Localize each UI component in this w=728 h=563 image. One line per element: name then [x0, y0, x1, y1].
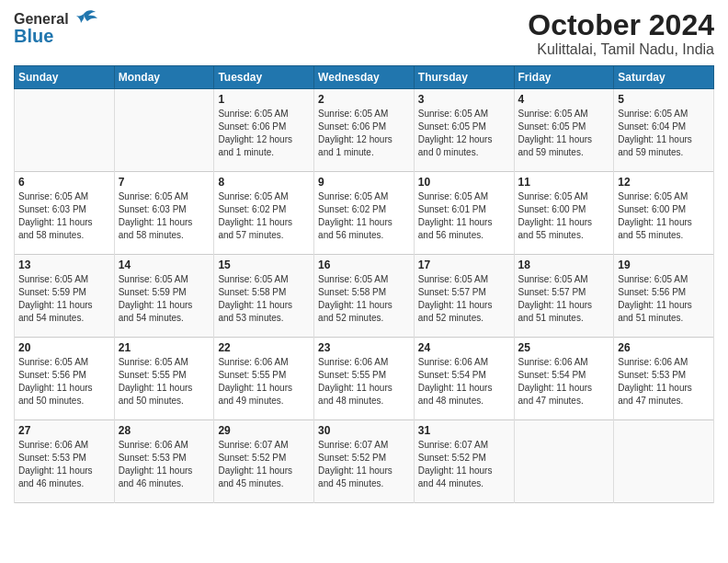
title-block: October 2024 Kulittalai, Tamil Nadu, Ind… [528, 9, 714, 58]
day-number: 21 [119, 341, 210, 354]
logo: General Blue [14, 9, 97, 47]
calendar-cell [114, 89, 214, 172]
calendar-cell [614, 420, 714, 503]
day-info: Sunrise: 6:05 AM Sunset: 5:59 PM Dayligh… [18, 273, 110, 325]
day-number: 22 [218, 341, 310, 354]
day-number: 4 [518, 93, 610, 106]
day-info: Sunrise: 6:05 AM Sunset: 6:02 PM Dayligh… [318, 190, 410, 242]
day-number: 1 [218, 93, 310, 106]
day-info: Sunrise: 6:05 AM Sunset: 5:57 PM Dayligh… [518, 273, 610, 325]
day-info: Sunrise: 6:06 AM Sunset: 5:53 PM Dayligh… [618, 356, 710, 408]
day-number: 18 [518, 259, 610, 271]
day-info: Sunrise: 6:05 AM Sunset: 6:03 PM Dayligh… [18, 190, 110, 242]
day-info: Sunrise: 6:05 AM Sunset: 6:06 PM Dayligh… [318, 108, 410, 159]
calendar-cell: 27Sunrise: 6:06 AM Sunset: 5:53 PM Dayli… [15, 420, 115, 503]
day-info: Sunrise: 6:06 AM Sunset: 5:55 PM Dayligh… [318, 356, 410, 408]
calendar-cell: 3Sunrise: 6:05 AM Sunset: 6:05 PM Daylig… [414, 89, 514, 172]
day-info: Sunrise: 6:06 AM Sunset: 5:54 PM Dayligh… [518, 356, 610, 408]
table-row: 6Sunrise: 6:05 AM Sunset: 6:03 PM Daylig… [15, 172, 714, 255]
day-number: 14 [119, 259, 210, 271]
col-tuesday: Tuesday [214, 66, 314, 89]
day-info: Sunrise: 6:05 AM Sunset: 6:02 PM Dayligh… [218, 190, 310, 242]
table-row: 20Sunrise: 6:05 AM Sunset: 5:56 PM Dayli… [15, 338, 714, 420]
calendar-cell: 8Sunrise: 6:05 AM Sunset: 6:02 PM Daylig… [214, 172, 314, 255]
col-thursday: Thursday [414, 66, 514, 89]
calendar-cell: 16Sunrise: 6:05 AM Sunset: 5:58 PM Dayli… [314, 255, 415, 338]
col-friday: Friday [514, 66, 614, 89]
day-number: 29 [218, 424, 310, 437]
day-number: 2 [318, 93, 410, 106]
table-row: 27Sunrise: 6:06 AM Sunset: 5:53 PM Dayli… [15, 420, 714, 503]
day-number: 8 [218, 176, 310, 189]
calendar-cell: 12Sunrise: 6:05 AM Sunset: 6:00 PM Dayli… [614, 172, 714, 255]
day-number: 19 [618, 259, 710, 271]
day-info: Sunrise: 6:05 AM Sunset: 5:56 PM Dayligh… [18, 356, 110, 408]
calendar-cell: 9Sunrise: 6:05 AM Sunset: 6:02 PM Daylig… [314, 172, 415, 255]
day-number: 16 [318, 259, 410, 271]
table-row: 1Sunrise: 6:05 AM Sunset: 6:06 PM Daylig… [15, 89, 714, 172]
calendar-cell: 4Sunrise: 6:05 AM Sunset: 6:05 PM Daylig… [514, 89, 614, 172]
day-info: Sunrise: 6:06 AM Sunset: 5:54 PM Dayligh… [418, 356, 510, 408]
day-info: Sunrise: 6:05 AM Sunset: 6:00 PM Dayligh… [518, 190, 610, 242]
main-container: General Blue October 2024 Kulittalai, Ta… [0, 0, 728, 512]
calendar-cell: 29Sunrise: 6:07 AM Sunset: 5:52 PM Dayli… [214, 420, 314, 503]
day-number: 13 [18, 259, 110, 271]
calendar-cell: 25Sunrise: 6:06 AM Sunset: 5:54 PM Dayli… [514, 338, 614, 420]
day-number: 27 [18, 424, 110, 437]
page-subtitle: Kulittalai, Tamil Nadu, India [528, 41, 714, 58]
calendar-body: 1Sunrise: 6:05 AM Sunset: 6:06 PM Daylig… [15, 89, 714, 503]
day-info: Sunrise: 6:06 AM Sunset: 5:53 PM Dayligh… [119, 439, 210, 490]
col-monday: Monday [114, 66, 214, 89]
day-info: Sunrise: 6:05 AM Sunset: 5:56 PM Dayligh… [618, 273, 710, 325]
col-saturday: Saturday [614, 66, 714, 89]
logo-blue: Blue [14, 26, 53, 47]
calendar-cell: 24Sunrise: 6:06 AM Sunset: 5:54 PM Dayli… [414, 338, 514, 420]
calendar-cell: 18Sunrise: 6:05 AM Sunset: 5:57 PM Dayli… [514, 255, 614, 338]
day-number: 7 [119, 176, 210, 189]
day-number: 11 [518, 176, 610, 189]
col-sunday: Sunday [15, 66, 115, 89]
day-number: 31 [418, 424, 510, 437]
day-number: 26 [618, 341, 710, 354]
calendar-table: Sunday Monday Tuesday Wednesday Thursday… [14, 65, 714, 503]
day-number: 24 [418, 341, 510, 354]
day-info: Sunrise: 6:05 AM Sunset: 5:59 PM Dayligh… [119, 273, 210, 325]
day-number: 9 [318, 176, 410, 189]
calendar-cell: 19Sunrise: 6:05 AM Sunset: 5:56 PM Dayli… [614, 255, 714, 338]
calendar-cell: 7Sunrise: 6:05 AM Sunset: 6:03 PM Daylig… [114, 172, 214, 255]
day-number: 10 [418, 176, 510, 189]
day-info: Sunrise: 6:07 AM Sunset: 5:52 PM Dayligh… [218, 439, 310, 490]
calendar-cell: 2Sunrise: 6:05 AM Sunset: 6:06 PM Daylig… [314, 89, 415, 172]
day-info: Sunrise: 6:05 AM Sunset: 6:05 PM Dayligh… [518, 108, 610, 159]
day-info: Sunrise: 6:05 AM Sunset: 6:06 PM Dayligh… [218, 108, 310, 159]
table-row: 13Sunrise: 6:05 AM Sunset: 5:59 PM Dayli… [15, 255, 714, 338]
day-number: 25 [518, 341, 610, 354]
calendar-cell: 21Sunrise: 6:05 AM Sunset: 5:55 PM Dayli… [114, 338, 214, 420]
calendar-cell [15, 89, 115, 172]
day-info: Sunrise: 6:07 AM Sunset: 5:52 PM Dayligh… [318, 439, 410, 490]
day-number: 17 [418, 259, 510, 271]
day-info: Sunrise: 6:05 AM Sunset: 5:58 PM Dayligh… [318, 273, 410, 325]
day-number: 3 [418, 93, 510, 106]
day-number: 5 [618, 93, 710, 106]
logo-bird-icon [72, 9, 97, 29]
calendar-cell: 6Sunrise: 6:05 AM Sunset: 6:03 PM Daylig… [15, 172, 115, 255]
calendar-cell: 28Sunrise: 6:06 AM Sunset: 5:53 PM Dayli… [114, 420, 214, 503]
calendar-cell: 31Sunrise: 6:07 AM Sunset: 5:52 PM Dayli… [414, 420, 514, 503]
calendar-cell [514, 420, 614, 503]
day-number: 23 [318, 341, 410, 354]
calendar-cell: 13Sunrise: 6:05 AM Sunset: 5:59 PM Dayli… [15, 255, 115, 338]
calendar-cell: 1Sunrise: 6:05 AM Sunset: 6:06 PM Daylig… [214, 89, 314, 172]
day-info: Sunrise: 6:06 AM Sunset: 5:55 PM Dayligh… [218, 356, 310, 408]
calendar-cell: 22Sunrise: 6:06 AM Sunset: 5:55 PM Dayli… [214, 338, 314, 420]
calendar-cell: 15Sunrise: 6:05 AM Sunset: 5:58 PM Dayli… [214, 255, 314, 338]
day-info: Sunrise: 6:07 AM Sunset: 5:52 PM Dayligh… [418, 439, 510, 490]
day-number: 6 [18, 176, 110, 189]
calendar-cell: 10Sunrise: 6:05 AM Sunset: 6:01 PM Dayli… [414, 172, 514, 255]
calendar-cell: 26Sunrise: 6:06 AM Sunset: 5:53 PM Dayli… [614, 338, 714, 420]
calendar-cell: 20Sunrise: 6:05 AM Sunset: 5:56 PM Dayli… [15, 338, 115, 420]
day-number: 15 [218, 259, 310, 271]
day-number: 28 [119, 424, 210, 437]
calendar-cell: 5Sunrise: 6:05 AM Sunset: 6:04 PM Daylig… [614, 89, 714, 172]
day-number: 20 [18, 341, 110, 354]
